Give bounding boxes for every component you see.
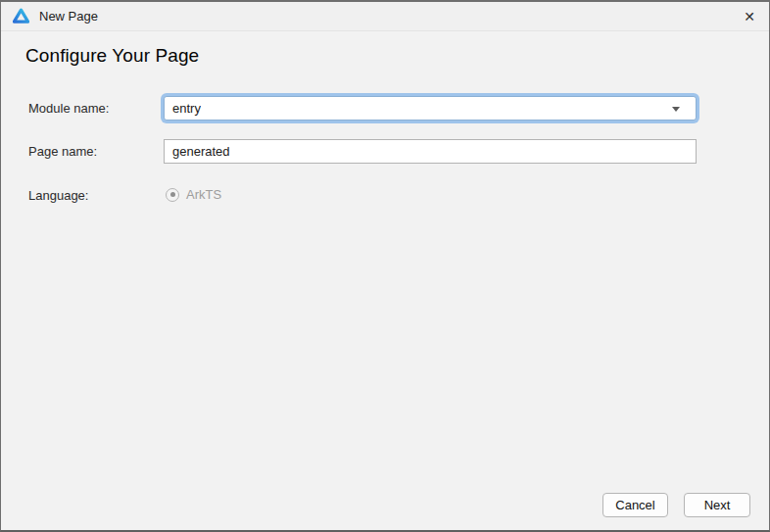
chevron-down-icon [672, 107, 680, 112]
close-icon: ✕ [744, 9, 755, 24]
next-button[interactable]: Next [684, 493, 750, 517]
radio-selected-disabled-icon [166, 188, 179, 202]
module-name-label: Module name: [28, 96, 109, 121]
new-page-dialog: New Page ✕ Configure Your Page Module na… [0, 0, 770, 532]
cancel-button[interactable]: Cancel [602, 493, 668, 517]
page-name-label: Page name: [28, 139, 97, 164]
page-name-input[interactable] [164, 139, 697, 164]
title-bar[interactable]: New Page ✕ [1, 2, 769, 31]
arkts-option-label: ArkTS [186, 187, 221, 202]
language-radio-group: ArkTS [166, 187, 221, 202]
close-button[interactable]: ✕ [738, 5, 761, 28]
page-title: Configure Your Page [25, 45, 199, 67]
module-name-select[interactable]: entry [164, 96, 697, 121]
module-name-value: entry [172, 101, 201, 116]
language-label: Language: [28, 183, 88, 208]
app-logo-icon [13, 8, 29, 24]
window-title: New Page [39, 9, 98, 24]
radio-dot [170, 192, 175, 197]
